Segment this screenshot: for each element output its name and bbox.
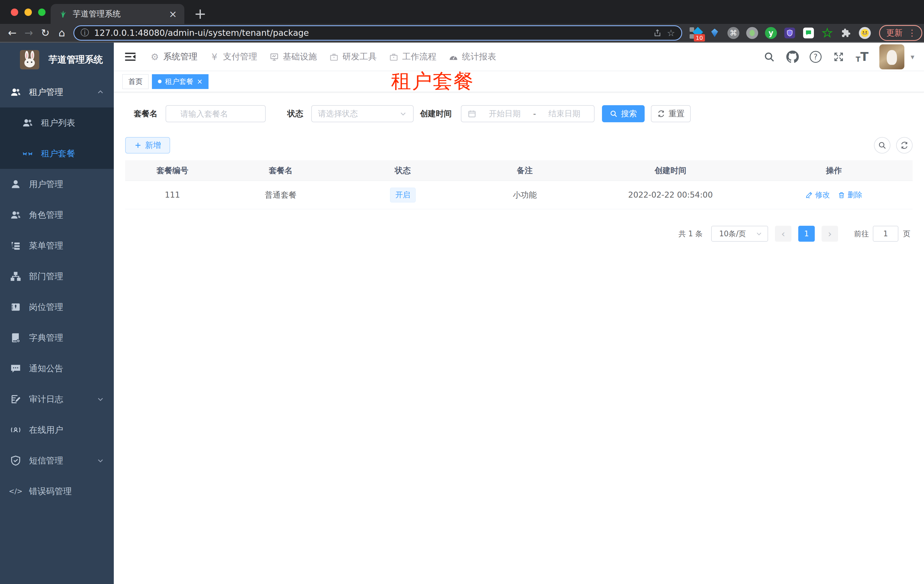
sidebar-item-label: 短信管理 xyxy=(29,455,89,467)
extension-y-green-icon[interactable]: y xyxy=(765,27,777,39)
tag-tenant-package[interactable]: 租户套餐 × xyxy=(152,74,208,89)
sidebar-item-tenant-package[interactable]: 租户套餐 xyxy=(0,138,114,169)
topnav-label: 研发工具 xyxy=(343,51,377,63)
tag-label: 租户套餐 xyxy=(165,77,193,86)
sidebar-item-audit-log[interactable]: 审计日志 xyxy=(0,384,114,415)
extension-blue-diamond-icon[interactable]: 10 xyxy=(690,27,702,39)
package-name-input[interactable] xyxy=(165,105,266,122)
create-time-label: 创建时间 xyxy=(420,109,452,119)
topnav-item-workflow[interactable]: 工作流程 xyxy=(389,51,436,63)
sidebar-item-post-management[interactable]: 岗位管理 xyxy=(0,292,114,322)
browser-update-button[interactable]: 更新 ⋮ xyxy=(879,25,922,41)
sidebar-collapse-icon[interactable] xyxy=(124,51,137,63)
topnav-item-infrastructure[interactable]: 基础设施 xyxy=(269,51,317,63)
chevron-down-icon xyxy=(756,230,762,237)
new-tab-button[interactable]: + xyxy=(194,6,206,21)
fullscreen-icon[interactable] xyxy=(832,51,845,63)
log-edit-icon xyxy=(10,394,21,405)
window-close-button[interactable] xyxy=(11,8,18,16)
address-bar[interactable]: ⓘ 127.0.0.1:48080/admin-ui/system/tenant… xyxy=(73,25,682,41)
page-size-select[interactable]: 10条/页 xyxy=(711,226,768,242)
sidebar-item-sms-management[interactable]: 短信管理 xyxy=(0,445,114,476)
sidebar-item-dept-management[interactable]: 部门管理 xyxy=(0,261,114,292)
search-icon xyxy=(610,110,618,118)
hide-search-button[interactable] xyxy=(874,137,891,153)
trash-icon xyxy=(838,191,845,199)
delete-link[interactable]: 删除 xyxy=(838,190,862,200)
user-avatar[interactable] xyxy=(879,44,904,69)
add-button[interactable]: 新增 xyxy=(125,137,170,153)
sidebar-item-dict-management[interactable]: 字典管理 xyxy=(0,322,114,353)
sidebar-item-notice[interactable]: 通知公告 xyxy=(0,353,114,384)
pagination: 共 1 条 10条/页 ‹ 1 › 前往 页 xyxy=(125,226,912,242)
share-icon[interactable] xyxy=(653,29,662,37)
reset-button[interactable]: 重置 xyxy=(651,105,691,122)
url-text: 127.0.0.1:48080/admin-ui/system/tenant/p… xyxy=(94,28,648,38)
window-minimize-button[interactable] xyxy=(25,8,32,16)
sidebar-item-online-users[interactable]: 在线用户 xyxy=(0,415,114,445)
table-toolbar: 新增 xyxy=(125,137,912,153)
sidebar-item-label: 租户列表 xyxy=(41,117,104,129)
window-zoom-button[interactable] xyxy=(38,8,46,16)
forward-icon[interactable]: → xyxy=(20,28,37,38)
date-range-picker[interactable]: 开始日期 - 结束日期 xyxy=(461,105,594,122)
table-row: 111 普通套餐 开启 小功能 2022-02-22 00:54:00 修改 删… xyxy=(125,181,912,209)
prev-page-button[interactable]: ‹ xyxy=(775,226,792,242)
tab-close-icon[interactable]: × xyxy=(169,9,177,19)
status-select[interactable]: 请选择状态 xyxy=(311,105,414,122)
tag-close-icon[interactable]: × xyxy=(197,78,203,85)
sidebar-item-role-management[interactable]: 角色管理 xyxy=(0,200,114,230)
browser-menu-icon[interactable]: ⋮ xyxy=(906,28,919,38)
topnav-item-statistics[interactable]: 统计报表 xyxy=(448,51,496,63)
extension-gem-icon[interactable] xyxy=(708,27,721,39)
refresh-table-button[interactable] xyxy=(896,137,912,153)
package-name-input-field[interactable] xyxy=(180,109,259,118)
font-size-icon[interactable]: TT xyxy=(856,51,868,63)
topnav-item-system[interactable]: ⚙ 系统管理 xyxy=(150,51,198,63)
topnav-item-payment[interactable]: ¥ 支付管理 xyxy=(210,51,257,63)
bookmark-star-icon[interactable]: ☆ xyxy=(667,28,675,38)
site-info-icon[interactable]: ⓘ xyxy=(81,27,89,39)
next-page-button[interactable]: › xyxy=(822,226,838,242)
extension-green-star-icon[interactable] xyxy=(821,27,833,39)
user-icon xyxy=(10,179,21,190)
extensions-puzzle-icon[interactable] xyxy=(840,27,852,39)
back-icon[interactable]: ← xyxy=(4,28,20,38)
search-button-label: 搜索 xyxy=(621,109,637,119)
extension-emoji-icon[interactable] xyxy=(858,27,871,39)
browser-tab[interactable]: 芋道管理系统 × xyxy=(51,4,184,24)
reload-icon[interactable]: ↻ xyxy=(37,28,53,38)
search-icon[interactable] xyxy=(763,51,776,63)
sidebar-item-label: 菜单管理 xyxy=(29,240,104,252)
help-icon[interactable]: ? xyxy=(810,51,822,63)
extension-gray-circle-icon[interactable] xyxy=(746,27,759,39)
sidebar-item-tenant-management[interactable]: 租户管理 xyxy=(0,77,114,107)
goto-page-input[interactable] xyxy=(873,226,898,242)
sidebar-item-menu-management[interactable]: 菜单管理 xyxy=(0,230,114,261)
tags-view-bar: 首页 租户套餐 × xyxy=(114,71,924,92)
active-dot-icon xyxy=(158,80,162,83)
extension-chat-icon[interactable] xyxy=(802,27,815,39)
update-label: 更新 xyxy=(886,27,903,39)
data-table: 套餐编号 套餐名 状态 备注 创建时间 操作 111 普通套餐 开启 小功能 2… xyxy=(125,160,912,209)
sidebar: 芋道管理系统 租户管理 租户列表 租户套餐 用户管理 xyxy=(0,43,114,584)
sidebar-item-tenant-list[interactable]: 租户列表 xyxy=(0,107,114,138)
sidebar-submenu-tenant: 租户列表 租户套餐 xyxy=(0,107,114,169)
message-icon xyxy=(10,363,21,374)
caret-down-icon[interactable]: ▾ xyxy=(911,53,914,61)
sidebar-item-error-code[interactable]: </> 错误码管理 xyxy=(0,476,114,507)
github-icon[interactable] xyxy=(786,51,799,63)
current-page-button[interactable]: 1 xyxy=(798,226,815,242)
sidebar-logo-row[interactable]: 芋道管理系统 xyxy=(0,43,114,77)
edit-link[interactable]: 修改 xyxy=(805,190,830,200)
delete-link-label: 删除 xyxy=(848,190,862,200)
sidebar-item-user-management[interactable]: 用户管理 xyxy=(0,169,114,200)
cell-remark: 小功能 xyxy=(464,190,586,201)
topnav-item-dev-tools[interactable]: 研发工具 xyxy=(329,51,377,63)
extension-command-icon[interactable]: ⌘ xyxy=(727,27,740,39)
home-icon[interactable]: ⌂ xyxy=(53,28,70,38)
search-button[interactable]: 搜索 xyxy=(602,105,645,122)
cell-package-id: 111 xyxy=(125,190,219,200)
extension-purple-shield-icon[interactable] xyxy=(784,27,796,39)
tag-home[interactable]: 首页 xyxy=(122,74,148,89)
